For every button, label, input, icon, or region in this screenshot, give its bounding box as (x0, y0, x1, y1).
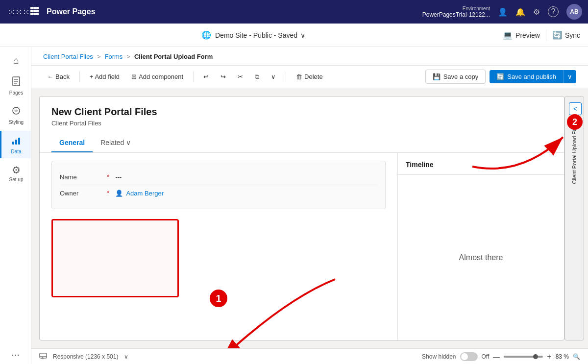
sync-icon: 🔄 (552, 30, 562, 40)
timeline-label: Timeline (406, 161, 434, 169)
annotation-badge-1: 1 (210, 290, 227, 307)
sidebar-data-label: Data (11, 149, 21, 154)
back-button[interactable]: ← Back (43, 71, 74, 82)
svg-rect-6 (30, 13, 33, 15)
annotation-box-1 (51, 219, 179, 297)
save-copy-button[interactable]: 💾 Save a copy (425, 70, 486, 84)
plus-icon[interactable]: + (547, 352, 551, 361)
environment-info: Environment PowerPagesTrial-12122... (422, 6, 490, 18)
pages-icon (11, 76, 22, 89)
save-publish-expand[interactable]: ∨ (563, 70, 576, 83)
copy-icon: ⧉ (255, 73, 259, 81)
form-area: New Client Portal Files Client Portal Fi… (31, 88, 588, 348)
undo-button[interactable]: ↩ (199, 71, 213, 82)
publish-icon: 🔄 (496, 73, 504, 80)
zoom-slider[interactable] (504, 356, 543, 358)
cut-button[interactable]: ✂ (234, 71, 247, 82)
site-bar: 🌐 Demo Site - Public - Saved ∨ 💻 Preview… (0, 24, 588, 47)
delete-button[interactable]: 🗑 Delete (292, 71, 327, 82)
person-icon: 👤 (498, 7, 508, 17)
name-value[interactable]: --- (115, 173, 122, 181)
separator2 (193, 72, 194, 82)
annotation-area-1: 1 (51, 215, 386, 301)
redo-icon: ↪ (220, 73, 226, 80)
top-nav-right: Environment PowerPagesTrial-12122... 👤 🔔… (422, 4, 582, 20)
owner-required: * (107, 189, 109, 197)
almost-there-text: Almost there (459, 253, 503, 262)
separator (79, 72, 80, 82)
right-panel-label: Client Portal Upload Form (569, 120, 579, 186)
preview-button[interactable]: 💻 Preview (503, 30, 540, 40)
sidebar-item-setup[interactable]: ⚙ Set up (0, 160, 31, 186)
copy-button[interactable]: ⧉ (251, 71, 263, 83)
avatar[interactable]: AB (566, 4, 582, 20)
breadcrumb-bar: Client Portal Files > Forms > Client Por… (31, 47, 588, 66)
add-component-button[interactable]: ⊞ Add component (127, 71, 187, 82)
svg-rect-8 (36, 13, 39, 15)
responsive-icon (39, 352, 47, 361)
sidebar-setup-label: Set up (9, 177, 24, 182)
site-selector: 🌐 Demo Site - Public - Saved ∨ (8, 30, 499, 40)
help-icon[interactable]: ? (548, 6, 559, 17)
fields-card: Name * --- Owner * 👤 Adam Berger (51, 161, 386, 209)
grid-icon[interactable]: ⁙⁙⁙ (6, 6, 39, 18)
bell-icon[interactable]: 🔔 (515, 7, 525, 17)
site-bar-right: 💻 Preview 🔄 Sync (503, 29, 580, 41)
main-content: Client Portal Files > Forms > Client Por… (31, 47, 588, 364)
svg-rect-7 (33, 13, 36, 15)
svg-rect-0 (30, 7, 33, 9)
svg-rect-3 (30, 10, 33, 12)
divider (546, 29, 546, 41)
form-left: Name * --- Owner * 👤 Adam Berger (40, 153, 397, 340)
environment-name: PowerPagesTrial-12122... (422, 11, 490, 18)
breadcrumb-current: Client Portal Upload Form (134, 53, 213, 60)
action-toolbar: ← Back + Add field ⊞ Add component ↩ ↪ ✂ (31, 66, 588, 88)
app-title: Power Pages (47, 7, 96, 16)
preview-icon: 💻 (503, 30, 513, 40)
responsive-label: Responsive (1236 x 501) (53, 353, 118, 360)
form-panel: New Client Portal Files Client Portal Fi… (39, 96, 564, 340)
gear-icon[interactable]: ⚙ (533, 7, 540, 17)
sidebar-more[interactable]: ··· (11, 349, 20, 360)
right-panel: < Client Portal Upload Form 2 (564, 96, 584, 340)
breadcrumb-client-portal-files[interactable]: Client Portal Files (43, 53, 93, 60)
owner-field-row: Owner * 👤 Adam Berger (60, 185, 377, 201)
breadcrumb-forms[interactable]: Forms (104, 53, 122, 60)
sync-button[interactable]: 🔄 Sync (552, 30, 580, 40)
timeline-body: Almost there (398, 175, 564, 340)
sidebar-item-pages[interactable]: Pages (0, 72, 31, 99)
setup-icon: ⚙ (12, 164, 21, 176)
name-field-row: Name * --- (60, 169, 377, 185)
site-name: Demo Site - Public - Saved (215, 31, 297, 39)
trash-icon: 🗑 (296, 73, 302, 80)
component-icon: ⊞ (131, 73, 137, 80)
tab-related-chevron: ∨ (126, 139, 131, 146)
globe-icon: 🌐 (201, 30, 211, 40)
tab-related[interactable]: Related ∨ (93, 135, 139, 152)
add-field-button[interactable]: + Add field (86, 71, 123, 82)
show-hidden-toggle[interactable] (460, 352, 478, 361)
tab-general[interactable]: General (51, 135, 93, 152)
main-layout: ⌂ Pages Styling Data ⚙ Set up ··· (0, 47, 588, 364)
owner-value[interactable]: 👤 Adam Berger (115, 190, 164, 197)
sidebar-item-data[interactable]: Data (0, 131, 31, 158)
svg-rect-5 (36, 10, 39, 12)
collapse-button[interactable]: < (569, 102, 582, 115)
site-name-button[interactable]: Demo Site - Public - Saved ∨ (215, 31, 305, 39)
sidebar-item-home[interactable]: ⌂ (0, 51, 31, 70)
expand-button[interactable]: ∨ (267, 71, 280, 82)
minus-icon[interactable]: — (493, 353, 500, 361)
person-icon-small: 👤 (115, 190, 123, 197)
redo-button[interactable]: ↪ (217, 71, 230, 82)
sidebar-item-styling[interactable]: Styling (0, 101, 31, 129)
toolbar-right: 💾 Save a copy 🔄 Save and publish ∨ (425, 70, 576, 84)
chevron-icon: ∨ (271, 73, 276, 80)
sidebar: ⌂ Pages Styling Data ⚙ Set up ··· (0, 47, 31, 364)
form-right: Timeline Almost there (397, 153, 564, 340)
form-body: Name * --- Owner * 👤 Adam Berger (40, 153, 564, 340)
save-copy-icon: 💾 (433, 73, 441, 80)
responsive-chevron[interactable]: ∨ (124, 353, 128, 360)
save-publish-button[interactable]: 🔄 Save and publish (490, 70, 563, 83)
show-hidden-label: Show hidden (422, 353, 456, 360)
name-required: * (107, 173, 109, 181)
